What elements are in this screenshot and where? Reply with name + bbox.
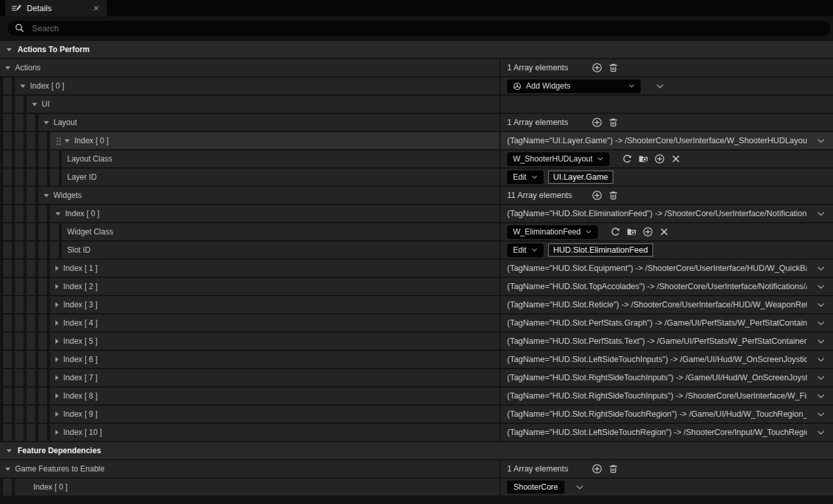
empty-array-icon[interactable] — [608, 63, 619, 73]
row-index-10[interactable]: Index [ 10 ](TagName="HUD.Slot.LeftSideT… — [0, 424, 833, 441]
row-widget-class[interactable]: Widget ClassW_EliminationFeed — [0, 223, 833, 240]
use-selected-asset-icon[interactable] — [610, 227, 621, 237]
row-index-4[interactable]: Index [ 4 ](TagName="HUD.Slot.PerfStats.… — [0, 315, 833, 331]
drag-handle-icon[interactable] — [55, 136, 61, 145]
add-reference-icon[interactable] — [654, 154, 665, 164]
gameplay-tag-value-field[interactable]: HUD.Slot.EliminationFeed — [548, 244, 653, 257]
expander-open-icon[interactable] — [55, 212, 61, 216]
row-index-0[interactable]: Index [ 0 ](TagName="HUD.Slot.Eliminatio… — [0, 205, 833, 222]
row-name: Layout — [35, 114, 499, 131]
row-index-0[interactable]: Index [ 0 ]ShooterCore — [0, 479, 833, 496]
expander-collapsed-icon[interactable] — [55, 430, 59, 435]
class-combobox[interactable]: W_EliminationFeed — [507, 225, 598, 239]
row-index-3[interactable]: Index [ 3 ](TagName="HUD.Slot.Reticle") … — [0, 296, 833, 313]
row-slot-id[interactable]: Slot IDEditHUD.Slot.EliminationFeed — [0, 242, 833, 259]
row-options-chevron-icon[interactable] — [817, 210, 825, 218]
row-options-chevron-icon[interactable] — [817, 428, 825, 437]
property-label: Index [ 1 ] — [63, 264, 98, 273]
expander-collapsed-icon[interactable] — [55, 284, 59, 289]
expander-open-icon[interactable] — [65, 139, 70, 143]
gameplay-tag-value-field[interactable]: UI.Layer.Game — [548, 171, 613, 184]
indent-guide — [12, 205, 23, 222]
add-reference-icon[interactable] — [643, 227, 653, 237]
indent-guide — [12, 296, 23, 313]
expander-open-icon[interactable] — [5, 468, 10, 471]
expander-open-icon[interactable] — [20, 85, 25, 88]
row-index-1[interactable]: Index [ 1 ](TagName="HUD.Slot.Equipment"… — [0, 260, 833, 277]
row-game-features-to-enable[interactable]: Game Features to Enable1 Array elements — [0, 460, 833, 477]
search-row — [0, 16, 833, 40]
indent-guide — [0, 223, 12, 240]
close-icon[interactable] — [92, 4, 100, 12]
row-index-6[interactable]: Index [ 6 ](TagName="HUD.Slot.LeftSideTo… — [0, 351, 833, 368]
class-combobox[interactable]: W_ShooterHUDLayout — [507, 152, 609, 166]
row-index-7[interactable]: Index [ 7 ](TagName="HUD.Slot.RightSideT… — [0, 369, 833, 386]
expander-open-icon[interactable] — [32, 103, 37, 106]
expander-collapsed-icon[interactable] — [55, 320, 59, 326]
row-index-0[interactable]: Index [ 0 ]Add Widgets — [0, 77, 833, 94]
edit-tag-button[interactable]: Edit — [507, 171, 544, 184]
chevron-down-icon — [531, 174, 538, 180]
name-column: Game Features to Enable — [0, 460, 499, 477]
expander-open-icon[interactable] — [7, 48, 12, 51]
row-index-8[interactable]: Index [ 8 ](TagName="HUD.Slot.RightSideT… — [0, 387, 833, 404]
row-options-chevron-icon[interactable] — [817, 301, 825, 309]
feature-name-field[interactable]: ShooterCore — [507, 481, 564, 494]
expander-collapsed-icon[interactable] — [55, 357, 59, 362]
expander-collapsed-icon[interactable] — [55, 302, 59, 307]
empty-array-icon[interactable] — [608, 464, 619, 474]
row-layout[interactable]: Layout1 Array elements — [0, 114, 833, 131]
clear-reference-icon[interactable] — [671, 154, 681, 164]
row-options-chevron-icon[interactable] — [817, 283, 825, 291]
search-input[interactable] — [31, 23, 828, 34]
category-actions-to-perform[interactable]: Actions To Perform — [0, 41, 833, 58]
row-options-chevron-icon[interactable] — [817, 410, 825, 419]
row-ui[interactable]: UI — [0, 96, 833, 113]
action-type-combobox[interactable]: Add Widgets — [507, 79, 641, 93]
expander-open-icon[interactable] — [7, 449, 12, 453]
empty-array-icon[interactable] — [608, 117, 619, 128]
use-selected-asset-icon[interactable] — [622, 154, 632, 164]
row-index-5[interactable]: Index [ 5 ](TagName="HUD.Slot.PerfStats.… — [0, 333, 833, 350]
row-layout-class[interactable]: Layout ClassW_ShooterHUDLayout — [0, 150, 833, 167]
row-options-chevron-icon[interactable] — [817, 374, 825, 382]
expander-collapsed-icon[interactable] — [55, 339, 59, 344]
expander-open-icon[interactable] — [5, 66, 10, 70]
row-layer-id[interactable]: Layer IDEditUI.Layer.Game — [0, 169, 833, 186]
add-element-icon[interactable] — [592, 117, 602, 128]
expander-collapsed-icon[interactable] — [55, 393, 59, 399]
row-index-9[interactable]: Index [ 9 ](TagName="HUD.Slot.RightSideT… — [0, 406, 833, 423]
browse-to-asset-icon[interactable] — [626, 227, 637, 237]
row-options-chevron-icon[interactable] — [817, 392, 825, 400]
add-element-icon[interactable] — [592, 190, 602, 201]
row-options-chevron-icon[interactable] — [656, 82, 664, 91]
clear-reference-icon[interactable] — [659, 227, 669, 237]
edit-tag-button[interactable]: Edit — [507, 244, 544, 257]
empty-array-icon[interactable] — [608, 190, 619, 201]
property-label: Widgets — [53, 191, 81, 200]
expander-open-icon[interactable] — [44, 194, 49, 197]
row-widgets[interactable]: Widgets11 Array elements — [0, 187, 833, 204]
row-options-chevron-icon[interactable] — [817, 337, 825, 346]
category-feature-dependencies[interactable]: Feature Dependencies — [0, 442, 833, 459]
row-actions[interactable]: Actions1 Array elements — [0, 59, 833, 76]
value-column: (TagName="HUD.Slot.EliminationFeed") -> … — [499, 205, 833, 222]
browse-to-asset-icon[interactable] — [638, 154, 649, 164]
add-element-icon[interactable] — [592, 464, 602, 474]
row-options-chevron-icon[interactable] — [817, 137, 825, 145]
expander-open-icon[interactable] — [44, 121, 49, 124]
row-index-0[interactable]: Index [ 0 ](TagName="UI.Layer.Game") -> … — [0, 132, 833, 149]
expander-collapsed-icon[interactable] — [55, 412, 59, 417]
row-options-chevron-icon[interactable] — [817, 264, 825, 273]
name-column: Index [ 0 ] — [0, 205, 499, 222]
property-label: Index [ 2 ] — [63, 282, 98, 291]
combobox-chevron-icon[interactable] — [576, 483, 584, 492]
row-index-2[interactable]: Index [ 2 ](TagName="HUD.Slot.TopAccolad… — [0, 278, 833, 295]
expander-collapsed-icon[interactable] — [55, 266, 59, 271]
add-element-icon[interactable] — [592, 63, 602, 73]
row-options-chevron-icon[interactable] — [817, 356, 825, 364]
indent-guide — [12, 333, 23, 350]
details-tab[interactable]: Details — [5, 0, 107, 16]
row-options-chevron-icon[interactable] — [817, 319, 825, 328]
expander-collapsed-icon[interactable] — [55, 375, 59, 380]
